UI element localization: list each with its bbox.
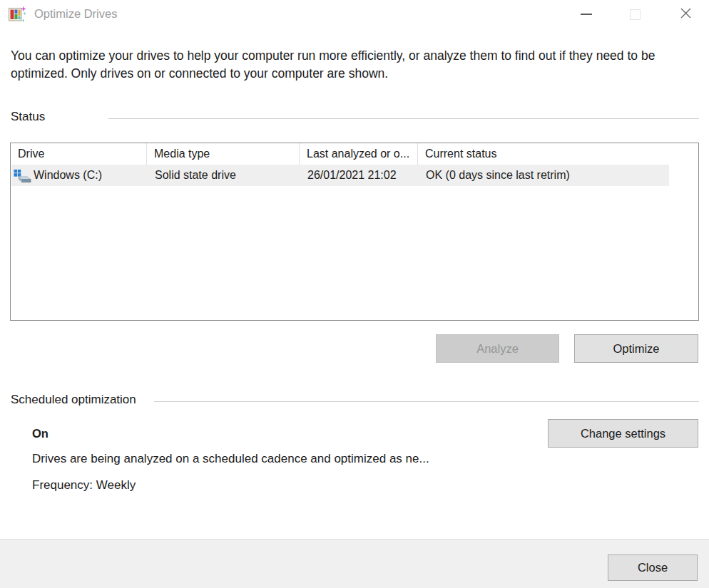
table-row-windows-c[interactable]: Windows (C:) Solid state drive 26/01/202…: [11, 165, 669, 186]
close-icon: [680, 7, 692, 22]
minimize-button[interactable]: [570, 0, 603, 29]
status-section-rule: [108, 118, 699, 119]
scheduled-optimization-rule: [154, 401, 699, 402]
maximize-button[interactable]: [618, 0, 651, 29]
analyze-button[interactable]: Analyze: [436, 334, 559, 363]
defrag-icon: [8, 5, 27, 24]
window-title: Optimize Drives: [34, 7, 117, 21]
minimize-icon: [581, 14, 592, 15]
scheduled-optimization-label: Scheduled optimization: [11, 393, 136, 407]
optimize-button[interactable]: Optimize: [574, 334, 698, 363]
windows-system-drive-icon: [14, 167, 31, 184]
column-header-drive[interactable]: Drive: [11, 143, 147, 165]
cell-media-type: Solid state drive: [148, 169, 300, 182]
column-header-current-status[interactable]: Current status: [418, 143, 698, 165]
drive-table: Drive Media type Last analyzed or o... C…: [10, 143, 699, 321]
cell-last-analyzed: 26/01/2021 21:02: [300, 169, 419, 182]
maximize-icon: [630, 9, 641, 20]
schedule-state: On: [32, 427, 49, 440]
dialog-footer: Close: [0, 539, 709, 588]
cell-drive-name: Windows (C:): [34, 169, 102, 182]
close-window-button[interactable]: [669, 0, 702, 29]
status-section-label: Status: [11, 110, 45, 124]
title-bar: Optimize Drives: [0, 0, 709, 29]
cell-current-status: OK (0 days since last retrim): [419, 169, 669, 182]
change-settings-button[interactable]: Change settings: [548, 419, 698, 448]
column-header-last-analyzed[interactable]: Last analyzed or o...: [300, 143, 418, 165]
schedule-description: Drives are being analyzed on a scheduled…: [32, 452, 429, 466]
dialog-description: You can optimize your drives to help you…: [11, 47, 661, 83]
drive-table-header: Drive Media type Last analyzed or o... C…: [11, 143, 698, 165]
column-header-media-type[interactable]: Media type: [147, 143, 300, 165]
close-button[interactable]: Close: [608, 555, 698, 581]
schedule-frequency: Frequency: Weekly: [32, 478, 136, 492]
